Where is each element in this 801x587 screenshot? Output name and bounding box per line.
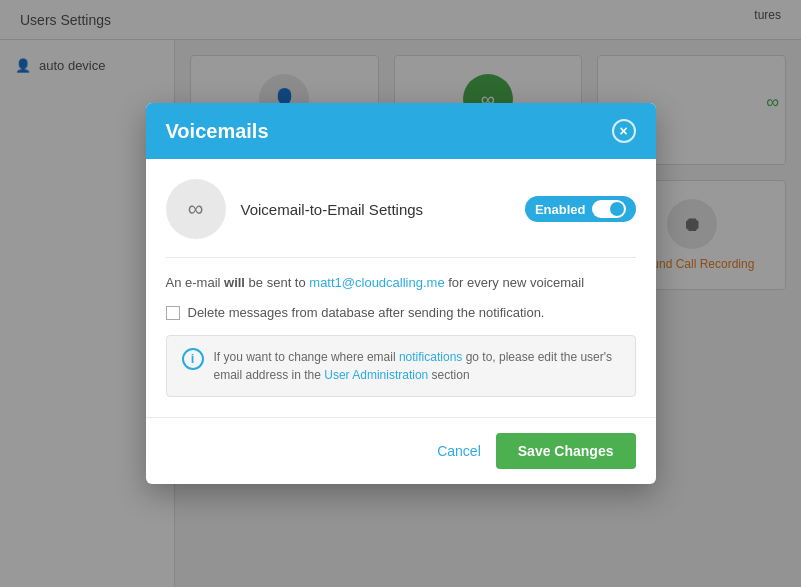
voicemail-icon: ∞ <box>188 196 204 222</box>
toggle-label: Enabled <box>535 202 586 217</box>
info-icon: i <box>182 348 204 370</box>
toggle-switch <box>592 200 626 218</box>
info-box-text3: section <box>428 368 469 382</box>
info-box-content: If you want to change where email notifi… <box>214 348 620 384</box>
delete-messages-checkbox-row: Delete messages from database after send… <box>166 305 636 335</box>
vm-circle-icon: ∞ <box>166 179 226 239</box>
voicemail-modal: Voicemails × ∞ Voicemail-to-Email Settin… <box>146 103 656 484</box>
info-box-highlight2: User Administration <box>324 368 428 382</box>
modal-header: Voicemails × <box>146 103 656 159</box>
info-text-block: An e-mail will be sent to matt1@cloudcal… <box>166 258 636 305</box>
info-prefix: An e-mail <box>166 275 225 290</box>
info-suffix: for every new voicemail <box>445 275 584 290</box>
info-will: will <box>224 275 245 290</box>
info-email: matt1@cloudcalling.me <box>309 275 444 290</box>
close-icon: × <box>619 123 627 139</box>
info-box: i If you want to change where email noti… <box>166 335 636 397</box>
toggle-knob <box>610 202 624 216</box>
vm-section-label: Voicemail-to-Email Settings <box>241 201 510 218</box>
modal-body: ∞ Voicemail-to-Email Settings Enabled An… <box>146 159 656 417</box>
delete-messages-checkbox[interactable] <box>166 306 180 320</box>
modal-title: Voicemails <box>166 120 269 143</box>
close-button[interactable]: × <box>612 119 636 143</box>
info-mid: be sent to <box>245 275 309 290</box>
modal-overlay: Voicemails × ∞ Voicemail-to-Email Settin… <box>0 0 801 587</box>
save-changes-button[interactable]: Save Changes <box>496 433 636 469</box>
vm-email-row: ∞ Voicemail-to-Email Settings Enabled <box>166 179 636 258</box>
info-box-text1: If you want to change where email <box>214 350 399 364</box>
modal-footer: Cancel Save Changes <box>146 417 656 484</box>
enabled-toggle[interactable]: Enabled <box>525 196 636 222</box>
delete-messages-label: Delete messages from database after send… <box>188 305 545 320</box>
cancel-button[interactable]: Cancel <box>437 443 481 459</box>
info-box-highlight1: notifications <box>399 350 462 364</box>
